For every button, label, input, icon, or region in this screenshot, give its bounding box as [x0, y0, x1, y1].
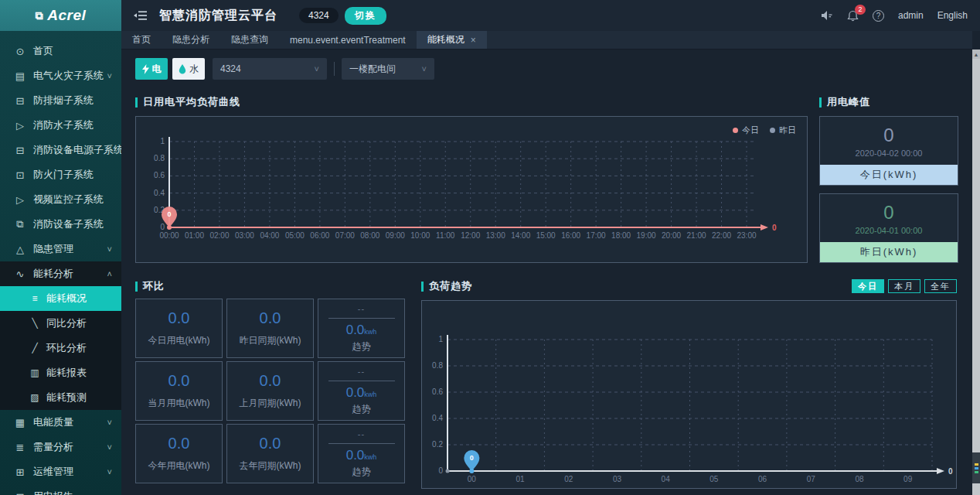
help-icon[interactable]: ?: [873, 10, 884, 22]
legend-item-0[interactable]: 今日: [733, 125, 759, 136]
sidebar-item-11[interactable]: ≣需量分析˅: [0, 435, 121, 459]
tab-1[interactable]: 隐患分析: [162, 31, 220, 49]
chevron-down-icon: ˅: [107, 467, 112, 476]
sidebar-item-label: 运维管理: [33, 465, 73, 479]
svg-text:0.6: 0.6: [432, 387, 443, 396]
vertical-scrollbar[interactable]: ▲: [972, 50, 980, 495]
sidebar-item-label: 消防设备电源子系统: [33, 143, 121, 157]
load-trend-chart: 00.20.40.60.810001020304050607080900: [422, 301, 956, 488]
tab-2[interactable]: 隐患查询: [220, 31, 279, 49]
svg-text:15:00: 15:00: [536, 231, 556, 240]
stat-value: 0.0: [260, 435, 281, 452]
sidebar-item-10[interactable]: ▦电能质量˅: [0, 410, 121, 435]
sidebar-item-6[interactable]: ▷视频监控子系统: [0, 187, 121, 212]
tab-4[interactable]: 能耗概况×: [417, 31, 487, 49]
svg-text:19:00: 19:00: [637, 231, 656, 240]
water-drop-icon: [179, 64, 186, 74]
submenu-item-4[interactable]: ▨能耗预测: [0, 385, 121, 410]
user-menu[interactable]: admin: [898, 10, 924, 21]
ring-stat-box-6: 0.0今年用电(kWh): [135, 424, 223, 483]
legend-label: 今日: [742, 125, 759, 136]
trend-range-buttons: 今日本月全年: [852, 279, 957, 293]
section-title-peak: 用电峰值: [819, 95, 870, 109]
submenu-item-1[interactable]: ╲同比分析: [0, 311, 121, 336]
stat-label: 当月用电(kWh): [148, 397, 210, 410]
stat-label: 上月同期(kWh): [240, 397, 301, 410]
room-select-value: 一楼配电间: [349, 63, 396, 76]
submenu-item-3[interactable]: ▥能耗报表: [0, 360, 121, 385]
trend-range-button-1[interactable]: 本月: [888, 279, 920, 293]
sidebar-item-9[interactable]: ∿能耗分析˄: [0, 261, 121, 286]
speaker-mute-icon[interactable]: [821, 10, 833, 21]
peak-datetime: 2020-04-01 00:00: [856, 226, 923, 235]
sidebar-item-4[interactable]: ⊟消防设备电源子系统: [0, 138, 121, 162]
sidebar-item-12[interactable]: ⊞运维管理˅: [0, 459, 121, 484]
stat-value: 0.0: [168, 435, 190, 452]
station-select[interactable]: 4324 ˅: [213, 58, 327, 80]
electric-filter-button[interactable]: 电: [135, 58, 168, 80]
sidebar-item-label: 消防水子系统: [33, 118, 94, 132]
brand-logo-text: Acrel: [47, 7, 86, 24]
filter-divider: [334, 62, 335, 76]
sidebar-item-8[interactable]: △隐患管理˅: [0, 237, 121, 261]
sidebar-item-0[interactable]: ⊙首页: [0, 39, 121, 63]
svg-text:02: 02: [564, 475, 573, 483]
language-switcher[interactable]: English: [937, 10, 968, 21]
svg-text:16:00: 16:00: [561, 231, 580, 240]
svg-text:0: 0: [160, 223, 165, 231]
trend-value: 0.0: [346, 323, 365, 337]
sidebar-item-2[interactable]: ⊟防排烟子系统: [0, 88, 121, 113]
trend-range-button-2[interactable]: 全年: [924, 279, 957, 293]
svg-text:13:00: 13:00: [486, 231, 505, 240]
tab-0[interactable]: 首页: [121, 31, 162, 49]
submenu-item-0[interactable]: ≡能耗概况: [0, 286, 121, 311]
sidebar-item-3[interactable]: ▷消防水子系统: [0, 113, 121, 138]
scrollbar-up-arrow[interactable]: ▲: [972, 50, 980, 59]
ring-trend-box-5: --0.0kwh趋势: [318, 361, 405, 421]
sidebar-item-label: 消防设备子系统: [33, 217, 104, 231]
sidebar-item-label: 视频监控子系统: [33, 193, 104, 207]
sidebar-item-5[interactable]: ⊡防火门子系统: [0, 162, 121, 187]
trend-label: 趋势: [352, 466, 371, 479]
water-filter-button[interactable]: 水: [172, 58, 205, 80]
switch-button[interactable]: 切换: [345, 7, 386, 25]
tab-bar: 首页隐患分析隐患查询menu.event.eventTreatment能耗概况×: [121, 31, 972, 50]
sidebar-item-1[interactable]: ▤电气火灾子系统˅: [0, 63, 121, 88]
tab-3[interactable]: menu.event.eventTreatment: [279, 31, 417, 49]
submenu-item-2[interactable]: ╱环比分析: [0, 336, 121, 360]
scrollbar-thumb[interactable]: [972, 452, 980, 483]
ring-stat-box-0: 0.0今日用电(kWh): [135, 299, 223, 358]
submenu-item-label: 能耗概况: [46, 292, 87, 306]
submenu-item-label: 能耗报表: [46, 366, 87, 380]
svg-text:00: 00: [468, 475, 477, 483]
stat-label: 今年用电(kWh): [148, 459, 210, 473]
notification-bell-icon[interactable]: 2: [847, 10, 859, 22]
fire-water-icon: ▷: [14, 120, 26, 131]
sidebar-item-label: 隐患管理: [33, 242, 73, 256]
svg-text:1: 1: [438, 335, 443, 343]
tab-close-icon[interactable]: ×: [471, 35, 476, 46]
energy-forecast-icon: ▨: [29, 392, 40, 403]
collapse-menu-icon[interactable]: [134, 10, 147, 21]
room-select[interactable]: 一楼配电间 ˅: [342, 58, 434, 80]
svg-text:04: 04: [662, 475, 671, 483]
svg-text:05: 05: [709, 475, 719, 483]
trend-value-row: 0.0kwh: [346, 385, 377, 401]
video-monitor-icon: ▷: [14, 194, 26, 206]
power-quality-icon: ▦: [14, 417, 26, 428]
ops-management-icon: ⊞: [14, 466, 26, 478]
svg-text:14:00: 14:00: [511, 231, 530, 240]
sidebar-item-7[interactable]: ⧉消防设备子系统: [0, 212, 121, 237]
trend-label: 趋势: [352, 340, 371, 353]
trend-value-row: 0.0kwh: [346, 323, 377, 338]
section-title-load-trend: 负荷趋势: [421, 279, 472, 293]
peak-datetime: 2020-04-02 00:00: [856, 148, 923, 158]
ring-compare-grid: 0.0今日用电(kWh)0.0昨日同期(kWh)--0.0kwh趋势0.0当月用…: [135, 299, 405, 483]
project-badge: 4324: [299, 8, 339, 23]
sidebar-item-13[interactable]: ⊟用电报告: [0, 484, 121, 495]
mom-analysis-icon: ╱: [29, 343, 40, 353]
water-filter-label: 水: [189, 63, 199, 76]
legend-item-1[interactable]: 昨日: [770, 125, 796, 136]
trend-range-button-0[interactable]: 今日: [852, 279, 884, 293]
trend-placeholder: --: [358, 304, 365, 313]
